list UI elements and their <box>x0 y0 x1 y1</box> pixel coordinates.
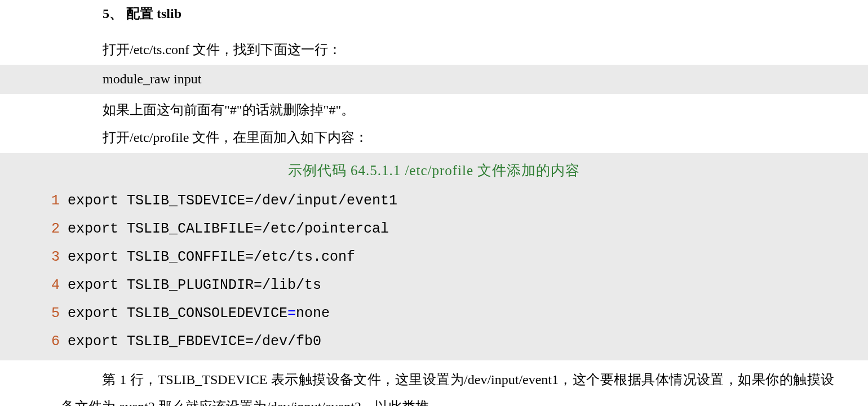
line-number: 4 <box>0 271 68 300</box>
code-text: export TSLIB_FBDEVICE=/dev/fb0 <box>68 328 321 356</box>
paragraph-2: 如果上面这句前面有"#"的话就删除掉"#"。 <box>0 97 868 123</box>
code-line: 4 export TSLIB_PLUGINDIR=/lib/ts <box>0 271 868 300</box>
code-line: 6 export TSLIB_FBDEVICE=/dev/fb0 <box>0 328 868 356</box>
inline-code-box: module_raw input <box>0 65 868 94</box>
code-line: 3 export TSLIB_CONFFILE=/etc/ts.conf <box>0 243 868 271</box>
code-text: export TSLIB_PLUGINDIR=/lib/ts <box>68 271 321 300</box>
code-block: 示例代码 64.5.1.1 /etc/profile 文件添加的内容 1 exp… <box>0 153 868 360</box>
code-text: export TSLIB_CONSOLEDEVICE=none <box>68 300 330 328</box>
section-title-text: 配置 tslib <box>126 6 181 21</box>
code-text-post: none <box>296 305 330 322</box>
line-number: 5 <box>0 300 68 328</box>
paragraph-1: 打开/etc/ts.conf 文件，找到下面这一行： <box>0 37 868 63</box>
code-text: export TSLIB_TSDEVICE=/dev/input/event1 <box>68 187 397 215</box>
code-line: 2 export TSLIB_CALIBFILE=/etc/pointercal <box>0 215 868 243</box>
line-number: 2 <box>0 215 68 243</box>
body-paragraph-1: 第 1 行，TSLIB_TSDEVICE 表示触摸设备文件，这里设置为/dev/… <box>0 366 868 406</box>
code-line: 5 export TSLIB_CONSOLEDEVICE=none <box>0 300 868 328</box>
body-1-text: 第 1 行，TSLIB_TSDEVICE 表示触摸设备文件，这里设置为/dev/… <box>61 372 834 406</box>
section-heading: 5、 配置 tslib <box>0 1 868 27</box>
line-number: 3 <box>0 243 68 271</box>
paragraph-1-text: 打开/etc/ts.conf 文件，找到下面这一行： <box>103 42 342 57</box>
paragraph-3-text: 打开/etc/profile 文件，在里面加入如下内容： <box>103 130 368 145</box>
line-number: 6 <box>0 328 68 356</box>
code-text: export TSLIB_CONFFILE=/etc/ts.conf <box>68 243 355 271</box>
code-line: 1 export TSLIB_TSDEVICE=/dev/input/event… <box>0 187 868 215</box>
code-text: export TSLIB_CALIBFILE=/etc/pointercal <box>68 215 389 243</box>
paragraph-3: 打开/etc/profile 文件，在里面加入如下内容： <box>0 125 868 151</box>
code-caption: 示例代码 64.5.1.1 /etc/profile 文件添加的内容 <box>0 153 868 187</box>
paragraph-2-text: 如果上面这句前面有"#"的话就删除掉"#"。 <box>103 102 355 117</box>
section-number: 5、 <box>103 6 123 21</box>
inline-code-text: module_raw input <box>103 72 201 86</box>
equals-sign: = <box>287 305 296 322</box>
code-text-pre: export TSLIB_CONSOLEDEVICE <box>68 305 287 322</box>
line-number: 1 <box>0 187 68 215</box>
